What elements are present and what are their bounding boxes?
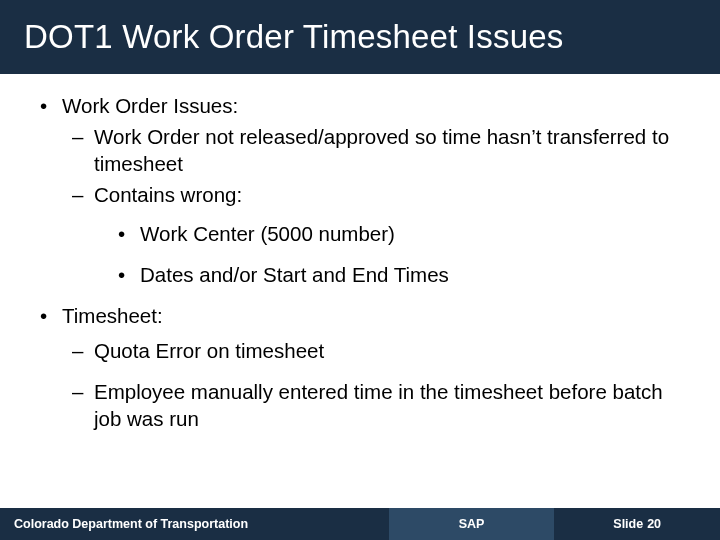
footer-org: Colorado Department of Transportation <box>0 508 389 540</box>
list-item: Work Order not released/approved so time… <box>68 123 682 177</box>
slide: DOT1 Work Order Timesheet Issues Work Or… <box>0 0 720 540</box>
list-item: Dates and/or Start and End Times <box>116 261 682 288</box>
footer-bar: Colorado Department of Transportation SA… <box>0 508 720 540</box>
list-item: Contains wrong: Work Center (5000 number… <box>68 181 682 288</box>
bullet-text: Employee manually entered time in the ti… <box>94 380 663 430</box>
bullet-text: Work Order Issues: <box>62 94 238 117</box>
list-item: Employee manually entered time in the ti… <box>68 378 682 432</box>
footer-system-text: SAP <box>459 517 485 531</box>
list-item: Timesheet: Quota Error on timesheet Empl… <box>38 302 682 432</box>
bullet-list: Work Order Issues: Work Order not releas… <box>38 92 682 432</box>
bullet-text: Work Center (5000 number) <box>140 222 395 245</box>
list-item: Work Order Issues: Work Order not releas… <box>38 92 682 288</box>
bullet-text: Timesheet: <box>62 304 163 327</box>
bullet-text: Dates and/or Start and End Times <box>140 263 449 286</box>
sub-list: Work Order not released/approved so time… <box>62 123 682 288</box>
title-bar: DOT1 Work Order Timesheet Issues <box>0 0 720 74</box>
slide-content: Work Order Issues: Work Order not releas… <box>0 74 720 508</box>
footer-slide-label: Slide <box>613 517 643 531</box>
list-item: Quota Error on timesheet <box>68 337 682 364</box>
footer-system: SAP <box>389 508 555 540</box>
bullet-text: Quota Error on timesheet <box>94 339 324 362</box>
list-item: Work Center (5000 number) <box>116 220 682 247</box>
slide-title: DOT1 Work Order Timesheet Issues <box>24 18 700 56</box>
footer-org-text: Colorado Department of Transportation <box>14 517 248 531</box>
sub-list: Quota Error on timesheet Employee manual… <box>62 337 682 432</box>
sub-sub-list: Work Center (5000 number) Dates and/or S… <box>94 220 682 288</box>
bullet-text: Contains wrong: <box>94 183 242 206</box>
footer-slide: Slide 20 <box>554 508 720 540</box>
footer-slide-number: 20 <box>647 517 661 531</box>
bullet-text: Work Order not released/approved so time… <box>94 125 669 175</box>
